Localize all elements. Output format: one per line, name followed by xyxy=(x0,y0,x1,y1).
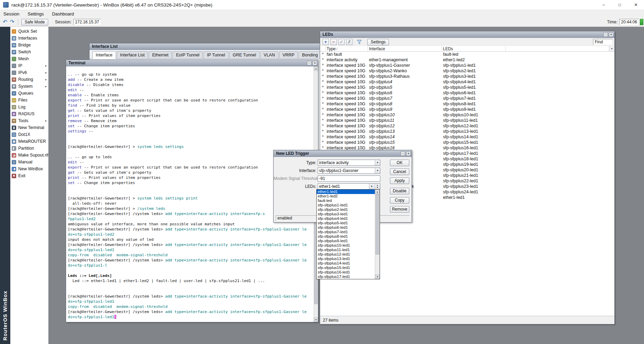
interface-dropdown-arrow-icon[interactable]: ▼ xyxy=(375,168,380,173)
sidebar-item-log[interactable]: ≡Log xyxy=(10,104,48,110)
dropdown-option[interactable]: sfp-sfpplus1-led1 xyxy=(317,203,375,207)
modem-threshold-input[interactable]: -91 xyxy=(318,175,380,182)
add-button[interactable]: + xyxy=(323,39,329,45)
sidebar-item-quick-set[interactable]: ◔Quick Set xyxy=(10,28,48,35)
sidebar-item-system[interactable]: ✱System▸ xyxy=(10,83,48,90)
scroll-up-icon[interactable]: ▲ xyxy=(314,66,318,71)
column-header-type[interactable]: Type ∕ xyxy=(326,46,368,51)
undo-icon[interactable]: ↶ xyxy=(3,19,7,25)
terminal-close-button[interactable]: ✕ xyxy=(313,61,317,65)
table-row[interactable]: *interface speed 10Gsfp-sfpplus6sfp-sfpp… xyxy=(320,90,614,96)
remove-button[interactable]: Remove xyxy=(390,206,409,213)
sidebar-item-mesh[interactable]: ∴Mesh xyxy=(10,55,48,62)
table-row[interactable]: *interface speed 10Gsfp-sfpplus5sfp-sfpp… xyxy=(320,85,614,90)
dropdown-scroll-thumb[interactable] xyxy=(376,194,379,255)
type-dropdown-arrow-icon[interactable]: ▼ xyxy=(375,160,380,165)
sidebar-item-interfaces[interactable]: ▤Interfaces xyxy=(10,35,48,42)
tab-interface[interactable]: Interface xyxy=(92,51,116,59)
sidebar-item-make-supout-rif[interactable]: ◪Make Supout.rif xyxy=(10,152,48,159)
maximize-button[interactable]: □ xyxy=(612,0,628,10)
dropdown-option[interactable]: sfp-sfpplus3-led1 xyxy=(317,212,375,216)
enable-button[interactable]: ✓ xyxy=(338,39,345,45)
leds-restore-button[interactable]: □ xyxy=(603,32,608,37)
dropdown-option[interactable]: sfp-sfpplus7-led1 xyxy=(317,230,375,234)
sidebar-item-routing[interactable]: ≋Routing▸ xyxy=(10,76,48,83)
leds-close-button[interactable]: ✕ xyxy=(609,32,613,37)
dropdown-option[interactable]: sfp-sfpplus8-led1 xyxy=(317,234,375,239)
tab-ethernet[interactable]: Ethernet xyxy=(149,51,172,58)
tab-eoip-tunnel[interactable]: EoIP Tunnel xyxy=(172,51,203,58)
tab-vlan[interactable]: VLAN xyxy=(260,51,278,58)
safe-mode-button[interactable]: Safe Mode xyxy=(21,19,48,25)
redo-icon[interactable]: ↷ xyxy=(10,19,14,25)
dropdown-scroll-down-icon[interactable]: ▼ xyxy=(375,275,380,279)
interface-combobox[interactable]: sfp-sfpplus1-Gassner ▼ xyxy=(318,168,380,174)
sidebar-item-metarouter[interactable]: ▣MetaROUTER xyxy=(10,138,48,145)
column-header-interface[interactable]: Interface xyxy=(368,46,442,51)
dropdown-option[interactable]: sfp-sfpplus15-led1 xyxy=(317,266,375,270)
dropdown-option[interactable]: sfp-sfpplus12-led1 xyxy=(317,252,375,257)
dropdown-option[interactable]: sfp-sfpplus10-led1 xyxy=(317,243,375,248)
table-row[interactable]: *interface speed 10Gsfp-sfpplus8sfp-sfpp… xyxy=(320,101,614,107)
sidebar-item-ip[interactable]: ∷IP▸ xyxy=(10,62,48,69)
table-row[interactable]: *interface speed 10Gsfp-sfpplus13sfp-sfp… xyxy=(320,129,614,134)
sidebar-item-dot1x[interactable]: ◫Dot1X xyxy=(10,131,48,138)
table-row[interactable]: *interface speed 10Gsfp-sfpplus11sfp-sfp… xyxy=(320,118,614,123)
leds-titlebar[interactable]: LEDs □ ✕ xyxy=(320,31,614,38)
dropdown-option[interactable]: sfp-sfpplus14-led1 xyxy=(317,261,375,266)
dropdown-option[interactable]: sfp-sfpplus11-led1 xyxy=(317,248,375,252)
table-row[interactable]: *interface speed 10Gsfp-sfpplus7sfp-sfpp… xyxy=(320,96,614,101)
leds-dropdown-arrow-icon[interactable]: ▼ xyxy=(369,184,374,189)
dropdown-option[interactable]: sfp-sfpplus4-led1 xyxy=(317,216,375,221)
tab-ip-tunnel[interactable]: IP Tunnel xyxy=(203,51,229,58)
scroll-down-icon[interactable]: ▼ xyxy=(314,318,318,322)
copy-button[interactable]: Copy xyxy=(390,197,409,204)
tab-interface-list[interactable]: Interface List xyxy=(117,51,148,58)
dropdown-option[interactable]: sfp-sfpplus13-led1 xyxy=(317,257,375,261)
table-row[interactable]: *interface speed 10Gsfp-sfpplus10sfp-sfp… xyxy=(320,112,614,118)
terminal-titlebar[interactable]: Terminal □ ✕ xyxy=(66,60,318,66)
sidebar-item-radius[interactable]: ◈RADIUS xyxy=(10,110,48,117)
column-header-flags[interactable] xyxy=(320,46,326,51)
table-row[interactable]: *fan faultfault-led xyxy=(320,52,614,57)
menu-item-session[interactable]: Session xyxy=(3,11,19,17)
dropdown-scroll-up-icon[interactable]: ▲ xyxy=(375,190,380,194)
dropdown-option[interactable]: sfp-sfpplus16-led1 xyxy=(317,270,375,275)
column-header-leds[interactable]: LEDs xyxy=(442,46,506,51)
table-row[interactable]: *interface activityether1-managementethe… xyxy=(320,57,614,63)
leds-add-remove-button[interactable]: ▲ ▼ xyxy=(374,184,380,189)
dropdown-option[interactable]: ether1-led1 xyxy=(317,190,375,194)
sidebar-item-tools[interactable]: ✦Tools▸ xyxy=(10,117,48,124)
sidebar-item-manual[interactable]: ▯Manual xyxy=(10,159,48,165)
table-row[interactable]: *interface speed 10Gsfp-sfpplus15sfp-sfp… xyxy=(320,140,614,145)
column-select-button[interactable]: ▼ xyxy=(609,46,614,51)
sidebar-item-exit[interactable]: ✖Exit xyxy=(10,172,48,179)
sidebar-item-bridge[interactable]: ⊟Bridge xyxy=(10,42,48,49)
tab-vrrp[interactable]: VRRP xyxy=(279,51,298,58)
dropdown-option[interactable]: sfp-sfpplus2-led1 xyxy=(317,207,375,212)
sidebar-item-new-winbox[interactable]: ◨New WinBox xyxy=(10,165,48,172)
remove-button[interactable]: − xyxy=(330,39,337,45)
dropdown-option[interactable]: ether1-led2 xyxy=(317,194,375,198)
sidebar-item-partition[interactable]: ◧Partition xyxy=(10,145,48,152)
sidebar-item-files[interactable]: ▭Files xyxy=(10,97,48,104)
menu-item-dashboard[interactable]: Dashboard xyxy=(52,11,74,17)
settings-button[interactable]: Settings xyxy=(367,39,389,45)
close-button[interactable]: ✕ xyxy=(628,0,644,10)
apply-button[interactable]: Apply xyxy=(390,178,409,184)
session-field[interactable]: 172.16.15.37 xyxy=(73,19,101,25)
dropdown-scrollbar[interactable]: ▲ ▼ xyxy=(375,190,380,279)
ok-button[interactable]: OK xyxy=(390,160,409,166)
sidebar-item-new-terminal[interactable]: ▮New Terminal xyxy=(10,124,48,131)
find-input[interactable]: Find xyxy=(593,39,612,45)
sidebar-item-queues[interactable]: ≡Queues xyxy=(10,90,48,97)
dropdown-option[interactable]: sfp-sfpplus6-led1 xyxy=(317,225,375,230)
menu-item-settings[interactable]: Settings xyxy=(28,11,44,17)
tab-gre-tunnel[interactable]: GRE Tunnel xyxy=(229,51,260,58)
dropdown-option[interactable]: sfp-sfpplus17-led1 xyxy=(317,275,375,279)
dropdown-option[interactable]: sfp-sfpplus9-led1 xyxy=(317,239,375,243)
cancel-button[interactable]: Cancel xyxy=(390,169,409,175)
table-row[interactable]: *interface speed 10Gsfp-sfpplus14sfp-sfp… xyxy=(320,134,614,140)
minimize-button[interactable]: – xyxy=(595,0,612,10)
disable-button[interactable]: ✗ xyxy=(346,39,352,45)
